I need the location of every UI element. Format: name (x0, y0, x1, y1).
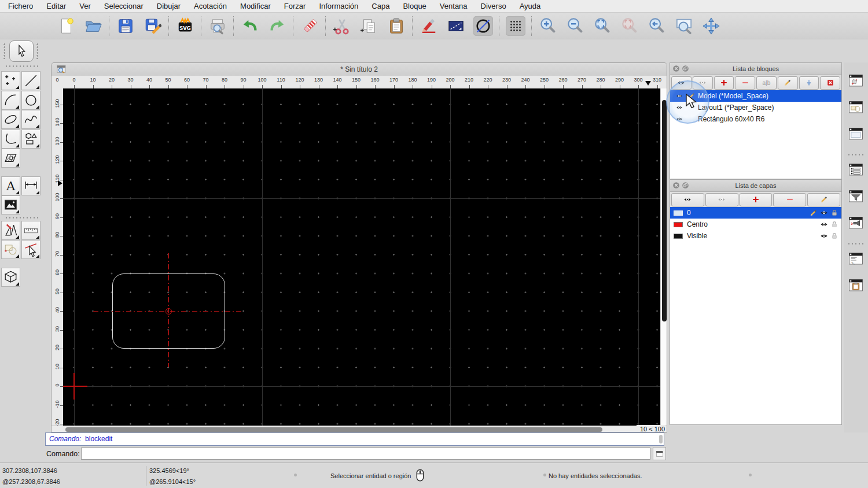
zoom-previous-button[interactable] (647, 16, 667, 36)
block-list-item[interactable]: Layout1 (*Paper_Space) (670, 102, 841, 113)
svg-export-button[interactable]: SVG (175, 16, 195, 36)
block-list-item[interactable]: Rectángulo 60x40 R6 (670, 113, 841, 125)
drawing-window-titlebar[interactable]: * Sin título 2 (52, 63, 667, 76)
delete-block-button[interactable] (820, 76, 840, 90)
box3d-tool-button[interactable] (1, 268, 20, 287)
menu-ver[interactable]: Ver (79, 2, 91, 10)
edit-layer-button[interactable] (807, 193, 840, 206)
spline-tool-button[interactable] (21, 110, 41, 129)
remove-layer-button[interactable] (773, 193, 806, 206)
float-icon[interactable] (682, 65, 689, 72)
hide-all-layers-button[interactable] (705, 193, 738, 206)
vertical-scrollbar-thumb[interactable] (662, 100, 667, 321)
polygon-tool-button[interactable] (21, 130, 41, 149)
menu-seleccionar[interactable]: Seleccionar (104, 2, 144, 10)
command-history-scrollbar[interactable] (659, 435, 663, 443)
v-ruler-label: 130 (54, 134, 60, 148)
save-as-button[interactable] (143, 16, 163, 36)
grid-toggle-button[interactable] (506, 16, 525, 36)
menu-acotacion[interactable]: Acotación (194, 2, 227, 10)
entity-circle-button[interactable] (473, 16, 493, 36)
save-button[interactable] (116, 16, 135, 36)
rename-block-button[interactable]: a|b (756, 76, 777, 90)
menu-capa[interactable]: Capa (372, 2, 389, 10)
clipboard-dock-button[interactable] (846, 276, 866, 295)
menu-dibujar[interactable]: Dibujar (157, 2, 181, 10)
close-icon[interactable] (672, 182, 680, 189)
insert-block-button[interactable] (799, 76, 819, 90)
cut-button[interactable] (332, 16, 352, 36)
block-list-item[interactable]: Model (*Model_Space) (670, 90, 841, 102)
zoom-out-button[interactable] (565, 16, 585, 36)
show-all-layers-button[interactable] (671, 193, 704, 206)
filter-dock-button[interactable] (846, 187, 866, 206)
hide-all-blocks-button[interactable] (693, 76, 713, 90)
dimension-tool-button[interactable] (21, 176, 41, 195)
command-input[interactable] (81, 448, 650, 460)
menu-ayuda[interactable]: Ayuda (520, 2, 541, 10)
close-icon[interactable] (672, 65, 680, 72)
attributes-button[interactable] (446, 16, 466, 36)
submenu-corner (16, 254, 19, 258)
layer-list-item[interactable]: Visible (670, 230, 841, 242)
order-tool-button[interactable] (1, 240, 20, 259)
list-dock-button[interactable] (846, 160, 866, 179)
zoom-auto-button[interactable] (593, 16, 612, 36)
media-dock-button[interactable] (846, 213, 866, 232)
polyline-tool-button[interactable] (1, 130, 20, 149)
menu-bloque[interactable]: Bloque (403, 2, 426, 10)
command-window-toggle-button[interactable] (653, 447, 666, 460)
zoom-window-button[interactable] (674, 16, 694, 36)
select-tool-button[interactable] (21, 240, 41, 259)
remove-block-button[interactable] (735, 76, 755, 90)
add-layer-button[interactable] (740, 193, 773, 206)
edit-block-button[interactable] (778, 76, 798, 90)
menu-editar[interactable]: Editar (46, 2, 66, 10)
modify-tool-button[interactable] (1, 221, 20, 240)
horizontal-scrollbar[interactable] (52, 426, 667, 432)
drawing-canvas[interactable] (63, 88, 660, 426)
draw-pen-button[interactable] (419, 16, 439, 36)
menu-ventana[interactable]: Ventana (440, 2, 468, 10)
open-folder-button[interactable] (83, 16, 103, 36)
points-tool-button[interactable] (1, 71, 20, 90)
blank-dock-button[interactable] (846, 124, 866, 143)
image-tool-button[interactable] (1, 195, 20, 215)
show-all-blocks-button[interactable] (671, 76, 692, 90)
command-dock-button[interactable]: <_ (846, 249, 866, 268)
origin-cross (73, 373, 74, 400)
delete-button[interactable] (300, 16, 319, 36)
command-history[interactable]: Comando: blockedit (45, 432, 664, 446)
menu-modificar[interactable]: Modificar (240, 2, 271, 10)
menu-diverso[interactable]: Diverso (481, 2, 506, 10)
menu-fichero[interactable]: Fichero (8, 2, 33, 10)
redo-button[interactable] (267, 16, 287, 36)
arc-tool-button[interactable] (1, 91, 20, 110)
line-tool-button[interactable] (21, 71, 41, 90)
layer-list-item[interactable]: 0 (670, 207, 841, 219)
new-document-button[interactable] (56, 16, 76, 36)
add-block-button[interactable] (714, 76, 734, 90)
print-preview-button[interactable] (208, 16, 227, 36)
zoom-in-button[interactable] (538, 16, 558, 36)
menu-forzar[interactable]: Forzar (284, 2, 306, 10)
library-dock-button[interactable] (846, 98, 866, 117)
ellipse-tool-button[interactable] (1, 110, 20, 129)
close-icon (672, 182, 680, 189)
undo-button[interactable] (240, 16, 260, 36)
hatch-tool-button[interactable] (1, 149, 20, 168)
menu-informacion[interactable]: Información (319, 2, 358, 10)
paste-button[interactable] (387, 16, 406, 36)
zoom-pan-button[interactable] (701, 16, 721, 36)
copy-button[interactable] (359, 16, 379, 36)
circle-tool-button[interactable] (21, 91, 41, 110)
block-edit-dock-button[interactable] (846, 71, 866, 90)
selection-pointer-button[interactable] (9, 40, 34, 62)
float-icon[interactable] (682, 182, 689, 189)
layer-list-item[interactable]: Centro (670, 219, 841, 230)
vertical-scrollbar[interactable] (660, 88, 667, 426)
horizontal-scrollbar-thumb[interactable] (65, 427, 602, 432)
text-tool-button[interactable]: A (1, 176, 20, 195)
measure-tool-button[interactable] (21, 221, 41, 240)
zoom-redraw-button[interactable] (620, 16, 639, 36)
